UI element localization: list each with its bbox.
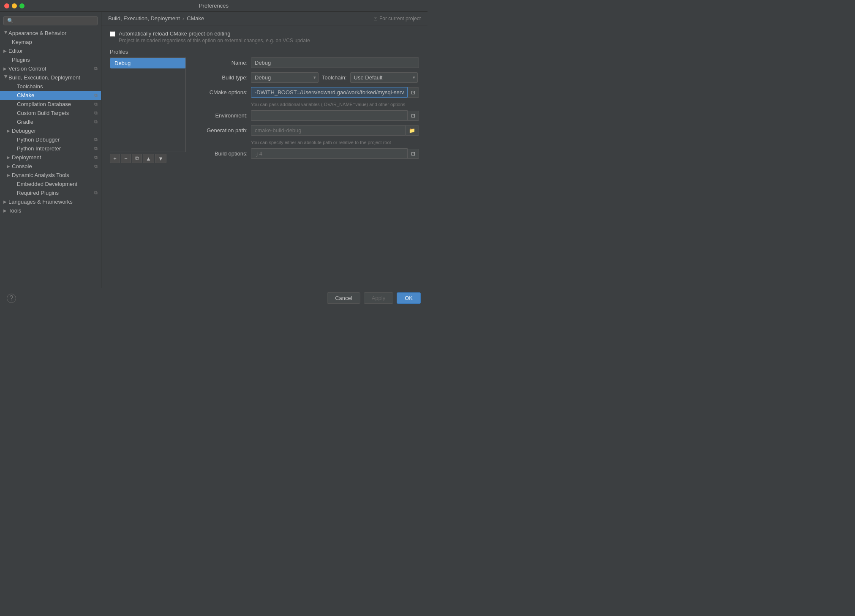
sidebar-item-build-execution-deployment[interactable]: ▶ Build, Execution, Deployment bbox=[0, 73, 101, 82]
window-title: Preferences bbox=[199, 3, 229, 9]
sidebar-item-plugins[interactable]: Plugins bbox=[0, 55, 101, 64]
expand-arrow-icon: ▶ bbox=[7, 128, 12, 133]
generation-path-label: Generation path: bbox=[193, 127, 248, 134]
auto-reload-hint: Project is reloaded regardless of this o… bbox=[119, 38, 310, 44]
environment-row: Environment: ⊡ bbox=[193, 110, 419, 121]
search-input[interactable] bbox=[15, 18, 94, 24]
title-bar: Preferences bbox=[0, 0, 428, 12]
sidebar-item-editor[interactable]: ▶ Editor bbox=[0, 46, 101, 55]
remove-profile-button[interactable]: − bbox=[121, 154, 131, 163]
cmake-options-expand-button[interactable]: ⊡ bbox=[408, 87, 419, 98]
apply-button[interactable]: Apply bbox=[364, 292, 394, 304]
move-up-button[interactable]: ▲ bbox=[143, 154, 154, 163]
settings-icon: ⧉ bbox=[94, 110, 98, 116]
sidebar-item-label: Embedded Development bbox=[17, 181, 77, 187]
sidebar-item-deployment[interactable]: ▶ Deployment ⧉ bbox=[0, 153, 101, 162]
sidebar-item-toolchains[interactable]: Toolchains bbox=[0, 82, 101, 91]
sidebar-item-label: CMake bbox=[17, 92, 34, 98]
generation-path-browse-button[interactable]: 📁 bbox=[406, 125, 419, 136]
expand-arrow-icon: ▶ bbox=[3, 199, 8, 204]
sidebar-item-label: Languages & Frameworks bbox=[8, 199, 73, 205]
cancel-button[interactable]: Cancel bbox=[327, 292, 360, 304]
profiles-list: Debug + − ⧉ ▲ ▼ bbox=[110, 57, 186, 163]
sidebar-item-tools[interactable]: ▶ Tools bbox=[0, 206, 101, 215]
sidebar-item-label: Gradle bbox=[17, 119, 33, 125]
sidebar-item-gradle[interactable]: Gradle ⧉ bbox=[0, 117, 101, 126]
settings-icon: ⧉ bbox=[94, 137, 98, 142]
profiles-area: Debug + − ⧉ ▲ ▼ Name: bbox=[110, 57, 419, 163]
sidebar-item-label: Tools bbox=[8, 207, 21, 214]
sidebar-item-languages-frameworks[interactable]: ▶ Languages & Frameworks bbox=[0, 197, 101, 206]
build-options-label: Build options: bbox=[193, 150, 248, 157]
auto-reload-label: Automatically reload CMake project on ed… bbox=[119, 30, 310, 37]
settings-icon: ⧉ bbox=[94, 164, 98, 169]
sidebar-item-python-interpreter[interactable]: Python Interpreter ⧉ bbox=[0, 144, 101, 153]
sidebar-item-embedded-development[interactable]: Embedded Development bbox=[0, 180, 101, 188]
copy-profile-button[interactable]: ⧉ bbox=[132, 154, 142, 163]
sidebar-item-compilation-database[interactable]: Compilation Database ⧉ bbox=[0, 100, 101, 109]
sidebar-item-keymap[interactable]: Keymap bbox=[0, 38, 101, 46]
sidebar-item-required-plugins[interactable]: Required Plugins ⧉ bbox=[0, 188, 101, 197]
settings-icon: ⧉ bbox=[94, 66, 98, 71]
profile-list-box: Debug bbox=[110, 57, 186, 152]
expand-arrow-icon: ▶ bbox=[7, 164, 12, 169]
for-project-label: For current project bbox=[379, 16, 421, 22]
settings-icon: ⧉ bbox=[94, 101, 98, 107]
environment-edit-button[interactable]: ⊡ bbox=[408, 111, 419, 121]
sidebar-item-label: Python Debugger bbox=[17, 136, 60, 143]
sidebar-item-appearance[interactable]: ▶ Appearance & Behavior bbox=[0, 29, 101, 38]
sidebar-item-custom-build-targets[interactable]: Custom Build Targets ⧉ bbox=[0, 109, 101, 117]
profile-item-debug[interactable]: Debug bbox=[110, 58, 185, 68]
ok-button[interactable]: OK bbox=[397, 292, 421, 304]
expand-arrow-icon: ▶ bbox=[3, 66, 8, 71]
cmake-options-row: CMake options: ⊡ bbox=[193, 87, 419, 98]
sidebar-item-debugger[interactable]: ▶ Debugger bbox=[0, 126, 101, 135]
close-button[interactable] bbox=[4, 3, 9, 8]
settings-icon: ⧉ bbox=[94, 93, 98, 98]
generation-path-row: Generation path: 📁 bbox=[193, 125, 419, 136]
content-body: Automatically reload CMake project on ed… bbox=[101, 25, 428, 288]
sidebar-item-console[interactable]: ▶ Console ⧉ bbox=[0, 162, 101, 171]
build-options-input[interactable] bbox=[251, 148, 408, 159]
cmake-options-input[interactable] bbox=[251, 87, 408, 98]
sidebar-item-dynamic-analysis-tools[interactable]: ▶ Dynamic Analysis Tools bbox=[0, 171, 101, 180]
breadcrumb-separator: › bbox=[182, 15, 184, 22]
auto-reload-checkbox[interactable] bbox=[110, 31, 115, 37]
sidebar-item-label: Console bbox=[12, 163, 32, 169]
move-down-button[interactable]: ▼ bbox=[155, 154, 166, 163]
environment-input[interactable] bbox=[251, 110, 408, 121]
toolchain-group: Toolchain: Use Default bbox=[322, 72, 418, 83]
toolchain-select[interactable]: Use Default bbox=[350, 72, 418, 83]
build-options-expand-button[interactable]: ⊡ bbox=[408, 149, 419, 159]
project-icon: ⊡ bbox=[373, 16, 378, 22]
sidebar-item-version-control[interactable]: ▶ Version Control ⧉ bbox=[0, 64, 101, 73]
name-input[interactable] bbox=[251, 57, 419, 68]
maximize-button[interactable] bbox=[19, 3, 25, 8]
content-panel: Build, Execution, Deployment › CMake ⊡ F… bbox=[101, 12, 428, 288]
toolchain-label: Toolchain: bbox=[322, 74, 347, 81]
sidebar-item-label: Version Control bbox=[8, 65, 46, 72]
sidebar-item-label: Keymap bbox=[12, 39, 32, 45]
settings-icon: ⧉ bbox=[94, 190, 98, 196]
generation-path-hint: You can specify either an absolute path … bbox=[251, 140, 419, 145]
sidebar-item-cmake[interactable]: CMake ⧉ bbox=[0, 91, 101, 100]
sidebar-item-python-debugger[interactable]: Python Debugger ⧉ bbox=[0, 135, 101, 144]
for-current-project: ⊡ For current project bbox=[373, 16, 421, 22]
sidebar-item-label: Debugger bbox=[12, 128, 36, 134]
breadcrumb-current: CMake bbox=[187, 15, 204, 22]
breadcrumb: Build, Execution, Deployment › CMake ⊡ F… bbox=[101, 12, 428, 25]
sidebar-item-label: Required Plugins bbox=[17, 190, 59, 196]
sidebar: 🔍 ▶ Appearance & Behavior Keymap ▶ Edito… bbox=[0, 12, 101, 288]
settings-icon: ⧉ bbox=[94, 155, 98, 160]
build-options-field-wrapper: ⊡ bbox=[251, 148, 419, 159]
build-type-select[interactable]: Debug Release RelWithDebInfo MinSizeRel bbox=[251, 72, 319, 83]
add-profile-button[interactable]: + bbox=[110, 154, 120, 163]
toolchain-select-wrapper: Use Default bbox=[350, 72, 418, 83]
profile-toolbar: + − ⧉ ▲ ▼ bbox=[110, 154, 186, 163]
help-button[interactable]: ? bbox=[7, 294, 16, 303]
search-box[interactable]: 🔍 bbox=[3, 16, 98, 25]
minimize-button[interactable] bbox=[12, 3, 17, 8]
generation-path-input[interactable] bbox=[251, 125, 406, 136]
window-controls[interactable] bbox=[4, 3, 25, 8]
name-row: Name: bbox=[193, 57, 419, 68]
